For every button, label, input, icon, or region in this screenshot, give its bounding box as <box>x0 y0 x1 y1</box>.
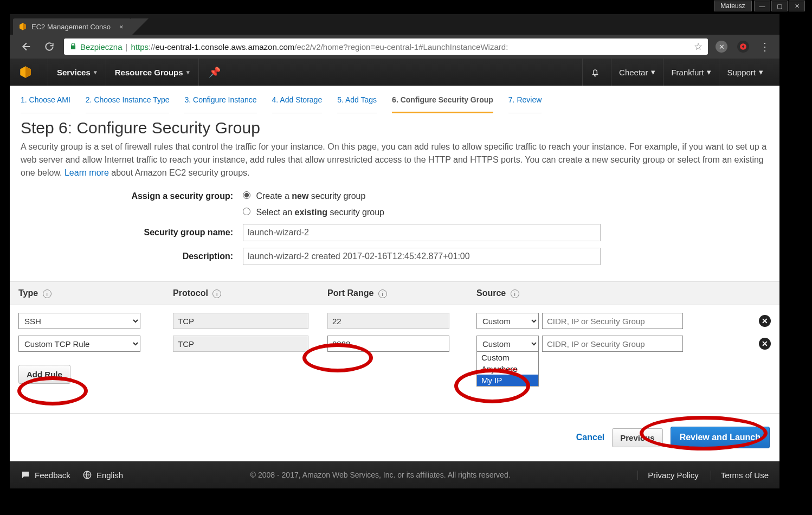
nav-account-label: Cheetar <box>619 68 648 77</box>
nav-account[interactable]: Cheetar ▾ <box>611 59 663 86</box>
url-scheme: https <box>131 42 149 52</box>
window-minimize-button[interactable]: — <box>754 1 770 11</box>
radio-create-new[interactable] <box>243 191 250 199</box>
os-window: Mateusz — ▢ ✕ EC2 Management Conso × <box>0 0 812 515</box>
assign-sg-label: Assign a security group: <box>21 191 243 201</box>
wizard-step[interactable]: 6. Configure Security Group <box>392 95 493 113</box>
extension-1-icon[interactable]: ✕ <box>713 38 730 55</box>
pin-icon[interactable]: 📌 <box>199 66 230 78</box>
browser-window: EC2 Management Conso × Bezpieczna | http… <box>10 14 779 488</box>
wizard-step[interactable]: 4. Add Storage <box>272 95 323 113</box>
delete-rule-icon[interactable]: ✕ <box>759 315 771 327</box>
nav-resource-groups-label: Resource Groups <box>115 68 183 77</box>
rule-source-select[interactable]: Custom <box>476 336 539 352</box>
bookmark-star-icon[interactable]: ☆ <box>694 41 703 53</box>
nav-region-label: Frankfurt <box>671 68 704 77</box>
wizard-step[interactable]: 5. Add Tags <box>337 95 377 113</box>
notifications-bell[interactable] <box>582 59 608 86</box>
tab-close-icon[interactable]: × <box>119 23 124 31</box>
cancel-link[interactable]: Cancel <box>576 433 604 442</box>
browser-tab[interactable]: EC2 Management Conso × <box>13 18 131 35</box>
reload-button[interactable] <box>40 37 59 56</box>
aws-favicon-icon <box>18 22 27 31</box>
add-rule-button[interactable]: Add Rule <box>18 365 70 384</box>
address-bar[interactable]: Bezpieczna | https://eu-central-1.consol… <box>64 38 708 55</box>
th-source: Source <box>476 288 506 298</box>
info-icon[interactable]: i <box>43 289 51 298</box>
page-title: Step 6: Configure Security Group <box>21 119 769 137</box>
wizard-content: 1. Choose AMI2. Choose Instance Type3. C… <box>10 86 779 488</box>
extension-2-icon[interactable] <box>735 38 751 55</box>
chevron-down-icon: ▾ <box>94 69 97 76</box>
sg-desc-input[interactable] <box>243 248 601 265</box>
footer-copyright: © 2008 - 2017, Amazon Web Services, Inc.… <box>135 471 626 479</box>
back-button[interactable] <box>16 37 35 56</box>
chevron-down-icon: ▾ <box>759 67 763 77</box>
page-description-tail: about Amazon EC2 security groups. <box>111 168 249 177</box>
previous-button[interactable]: Previous <box>612 428 662 447</box>
rule-cidr-input[interactable] <box>542 336 683 352</box>
rule-type-select[interactable]: SSH <box>18 313 140 329</box>
nav-services[interactable]: Services ▾ <box>48 59 106 86</box>
rule-cidr-input[interactable] <box>542 313 683 329</box>
th-protocol: Protocol <box>173 288 208 298</box>
sg-desc-label: Description: <box>21 252 243 261</box>
aws-top-nav: Services ▾ Resource Groups ▾ 📌 Cheetar ▾… <box>10 59 779 86</box>
info-icon[interactable]: i <box>511 289 519 298</box>
dropdown-option[interactable]: My IP <box>477 375 538 386</box>
dropdown-option[interactable]: Anywhere <box>477 363 538 375</box>
footer-feedback[interactable]: Feedback <box>21 470 70 480</box>
sg-name-label: Security group name: <box>21 228 243 237</box>
window-close-button[interactable]: ✕ <box>789 1 805 11</box>
footer-language[interactable]: English <box>82 470 123 480</box>
delete-rule-icon[interactable]: ✕ <box>759 338 771 350</box>
sg-name-input[interactable] <box>243 224 601 241</box>
footer-terms-link[interactable]: Terms of Use <box>711 471 769 480</box>
chevron-down-icon: ▾ <box>186 69 190 76</box>
chevron-down-icon: ▾ <box>707 67 711 77</box>
rule-protocol-input <box>173 336 308 352</box>
dropdown-option[interactable]: Custom <box>477 352 538 363</box>
tab-strip-tail <box>131 18 150 35</box>
rule-row: SSHCustom✕ <box>18 310 771 332</box>
learn-more-link[interactable]: Learn more <box>65 168 109 177</box>
radio-create-new-label: Create a new security group <box>256 191 365 201</box>
wizard-actions: Cancel Previous Review and Launch <box>10 413 779 461</box>
aws-logo-icon[interactable] <box>18 65 33 79</box>
chevron-down-icon: ▾ <box>651 67 655 77</box>
wizard-step[interactable]: 3. Configure Instance <box>184 95 256 113</box>
nav-support-label: Support <box>727 68 756 77</box>
rules-table-body: SSHCustom✕Custom TCP RuleCustomCustomAny… <box>10 305 779 356</box>
url-domain: eu-central-1.console.aws.amazon.com <box>156 42 295 52</box>
nav-resource-groups[interactable]: Resource Groups ▾ <box>106 59 199 86</box>
os-user-badge: Mateusz <box>714 1 752 11</box>
rule-source-select[interactable]: Custom <box>476 313 539 329</box>
nav-support[interactable]: Support ▾ <box>719 59 771 86</box>
connection-secure-label: Bezpieczna <box>80 42 123 52</box>
rule-protocol-input <box>173 313 308 329</box>
window-maximize-button[interactable]: ▢ <box>771 1 788 11</box>
source-dropdown[interactable]: CustomAnywhereMy IP <box>476 351 539 387</box>
wizard-step[interactable]: 7. Review <box>508 95 542 113</box>
info-icon[interactable]: i <box>212 289 221 298</box>
wizard-step[interactable]: 2. Choose Instance Type <box>86 95 170 113</box>
nav-region[interactable]: Frankfurt ▾ <box>663 59 719 86</box>
rule-row: Custom TCP RuleCustomCustomAnywhereMy IP… <box>18 332 771 355</box>
url-divider: | <box>126 42 128 52</box>
wizard-steps: 1. Choose AMI2. Choose Instance Type3. C… <box>10 86 779 113</box>
browser-tabstrip: EC2 Management Conso × <box>10 14 779 35</box>
th-type: Type <box>18 288 38 298</box>
browser-menu-icon[interactable]: ⋮ <box>757 38 773 55</box>
review-and-launch-button[interactable]: Review and Launch <box>671 427 770 448</box>
rule-type-select[interactable]: Custom TCP Rule <box>18 336 140 352</box>
lock-icon <box>69 42 77 52</box>
wizard-step[interactable]: 1. Choose AMI <box>21 95 70 113</box>
security-group-form: Assign a security group: Create a new se… <box>10 183 779 281</box>
rules-table-header: Type i Protocol i Port Range i Source i <box>10 281 779 305</box>
rule-port-input[interactable] <box>327 336 449 352</box>
nav-services-label: Services <box>57 68 91 77</box>
radio-select-existing[interactable] <box>243 208 250 215</box>
th-port: Port Range <box>327 288 373 298</box>
footer-privacy-link[interactable]: Privacy Policy <box>637 471 698 480</box>
info-icon[interactable]: i <box>378 289 387 298</box>
